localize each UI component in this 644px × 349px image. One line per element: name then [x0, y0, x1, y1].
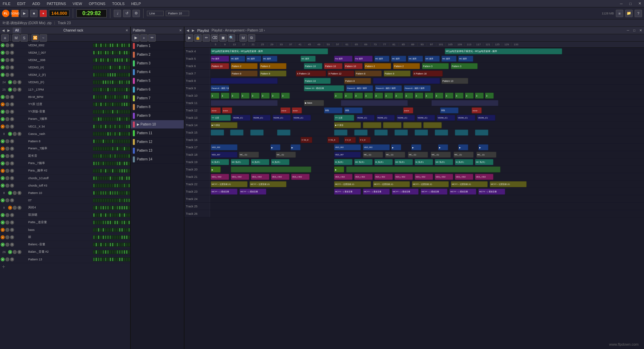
track-block[interactable]: Pattern 10	[211, 63, 229, 69]
menu-add[interactable]: ADD	[31, 2, 41, 6]
ch-mute-btn[interactable]	[5, 102, 9, 106]
track-block[interactable]: MCYY – 过度音效 (2)	[250, 181, 286, 187]
track-block[interactable]	[277, 130, 290, 136]
track-block[interactable]	[431, 100, 498, 106]
track-block[interactable]: MC 氖(长)	[354, 159, 373, 165]
channel-rack-back-btn[interactable]: ◀	[2, 29, 5, 32]
add-channel-row[interactable]: +	[0, 263, 130, 270]
track-block[interactable]: Pattern 8	[231, 70, 258, 77]
track-block[interactable]: Par 频率	[211, 56, 229, 62]
track-content-13[interactable]: YY 过度 VEDM_(C) VEDM_(C) VEDM_(C) VEDM_(C…	[210, 114, 644, 121]
track-block[interactable]: MC_ (1)	[476, 152, 496, 158]
track-block[interactable]: Pattern 2	[364, 63, 391, 69]
track-block[interactable]: VES_r 002	[251, 174, 269, 180]
track-block[interactable]: MCYY – ) 通道音量	[392, 189, 419, 195]
channel-row[interactable]: ● S VEDM__008	[0, 56, 130, 64]
track-block[interactable]: M_氖(长)	[455, 159, 473, 165]
ch-solo-btn[interactable]: S	[10, 169, 14, 173]
channel-row[interactable]: ● S VEC2._X 34	[0, 123, 130, 130]
track-block[interactable]: VEDM_(C)	[356, 115, 375, 121]
track-content-11[interactable]: ▶ bass	[210, 99, 644, 106]
track-block[interactable]: VES_r 002	[435, 174, 453, 180]
ch-power-btn[interactable]: ●	[1, 228, 5, 232]
menu-help[interactable]: HELP	[130, 2, 142, 6]
track-block[interactable]: VED_002	[334, 144, 361, 150]
track-block[interactable]	[415, 130, 428, 136]
ch-power-btn[interactable]: ●	[1, 235, 5, 239]
track-block[interactable]: MCyy电音旋律电子频变化 - MCyy电音旋律 - 频率	[211, 48, 328, 54]
track-block[interactable]: Param.E - 频段 7 频率	[404, 85, 431, 91]
loop-icon[interactable]: ↺	[123, 10, 130, 17]
ch-power-btn[interactable]: ●	[1, 102, 5, 106]
track-block[interactable]: Pattern 10	[304, 78, 331, 84]
ch-solo-btn[interactable]: S	[10, 147, 14, 151]
track-block[interactable]: 3	[261, 93, 270, 99]
track-block[interactable]: MC 频率	[230, 56, 245, 62]
menu-patterns[interactable]: PATTERNS	[46, 2, 67, 6]
ch-power-btn[interactable]: ●	[1, 220, 5, 225]
pattern-item-13[interactable]: Pattern 13	[131, 146, 184, 155]
channel-row[interactable]: ● S 鼓	[0, 234, 130, 241]
track-content-20[interactable]: ▶ ▶	[210, 166, 644, 173]
playlist-copy-btn[interactable]: ⧉	[248, 34, 255, 42]
ch-power-btn[interactable]: ●	[8, 88, 12, 92]
ch-mute-btn[interactable]	[13, 191, 17, 195]
channel-row[interactable]: ● S YY原版-音量	[0, 108, 130, 115]
stop-btn[interactable]: ■	[30, 10, 38, 17]
track-block[interactable]	[383, 122, 401, 128]
play-btn[interactable]: ▶	[21, 10, 28, 17]
track-block[interactable]	[354, 130, 368, 136]
track-block[interactable]: 倒装	[344, 107, 363, 113]
track-content-21[interactable]: VES_r 002 VES_r 002 VES_r 002 VES_r 002 …	[210, 173, 644, 180]
track-content-26[interactable]	[210, 210, 644, 217]
bpm-display[interactable]: 144.000	[49, 10, 69, 17]
metronome-icon[interactable]: ♩	[114, 10, 121, 17]
track-block[interactable]: Par 频率	[354, 56, 373, 62]
ch-mute-btn[interactable]	[5, 139, 9, 143]
help-icon[interactable]: ?	[635, 10, 642, 17]
menu-file[interactable]: FILE	[1, 2, 12, 6]
track-block[interactable]: ▶YY原音	[334, 122, 361, 128]
track-block[interactable]: MCYY – 过度音效 (2)	[412, 181, 449, 187]
track-content-5[interactable]: Par 频率 MC 频率 MC 频率 MC 频率 MC 频率 Par 频率 Pa…	[210, 55, 644, 62]
track-content-15[interactable]	[210, 129, 644, 136]
track-block[interactable]: MCYY – ) 通道音量	[478, 189, 505, 195]
track-block[interactable]: MC 氖(长)	[475, 159, 493, 165]
channel-row[interactable]: ● S Param._7频率	[0, 115, 130, 123]
track-content-6[interactable]: Pattern 10 Pattern 2 Pattern 2 Pattern 1…	[210, 62, 644, 69]
ch-solo-btn[interactable]: S	[10, 65, 14, 69]
ch-power-btn[interactable]: ●	[1, 184, 5, 188]
ch-solo-btn[interactable]: S	[10, 95, 14, 99]
ch-solo-btn[interactable]: S	[10, 220, 14, 225]
ch-mute-btn[interactable]	[5, 73, 9, 77]
track-block[interactable]: M_氖(长)	[334, 159, 353, 165]
ch-power-btn[interactable]: ●	[1, 147, 5, 151]
playlist-forward-btn[interactable]: ▶	[192, 29, 195, 32]
track-block[interactable]: 3	[405, 93, 413, 99]
track-block[interactable]	[374, 130, 388, 136]
track-block[interactable]: 3	[251, 93, 260, 99]
channel-row[interactable]: ● S VEDM_l_007	[0, 49, 130, 56]
channel-row[interactable]: ● S Para._频率 #2	[0, 167, 130, 174]
ch-power-btn[interactable]: ●	[1, 169, 5, 173]
ch-power-btn[interactable]: ●	[1, 243, 5, 247]
ch-solo-btn[interactable]: S	[10, 43, 14, 47]
ch-mute-btn[interactable]	[5, 147, 9, 151]
track-block[interactable]	[211, 100, 278, 106]
track-block[interactable]: VES_r 002	[394, 174, 413, 180]
ch-power-btn[interactable]: ●	[1, 154, 5, 158]
song-mode-btn[interactable]: SONG	[11, 10, 19, 17]
channel-row[interactable]: 8 ● S Pattern 10	[0, 189, 130, 197]
track-block[interactable]	[403, 122, 422, 128]
channel-row[interactable]: ● S VEDM3_(#)	[0, 64, 130, 71]
track-block[interactable]: 3	[334, 93, 343, 99]
track-block[interactable]: MC 频率	[441, 56, 457, 62]
ch-mute-btn[interactable]	[13, 132, 17, 136]
ch-solo-btn[interactable]: S	[10, 243, 14, 247]
ch-power-btn[interactable]: ●	[8, 206, 12, 210]
channel-row[interactable]: ● S Pattern 8	[0, 138, 130, 145]
ch-mute-btn[interactable]	[5, 110, 9, 114]
ch-power-btn[interactable]: ●	[1, 257, 5, 261]
track-block[interactable]: Par 频率	[334, 56, 353, 62]
track-block[interactable]: VES_r 002	[211, 174, 229, 180]
